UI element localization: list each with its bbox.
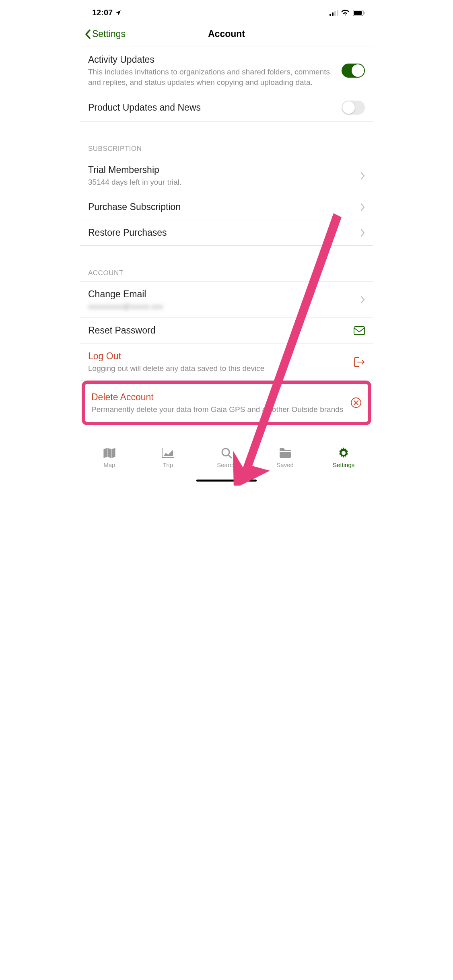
nav-bar: Settings Account: [80, 21, 373, 47]
tab-bar: Map Trip Search Saved Settings: [80, 441, 373, 470]
trial-sub: 35144 days left in your trial.: [88, 177, 356, 187]
svg-rect-0: [329, 14, 331, 16]
purchase-subscription-row[interactable]: Purchase Subscription: [80, 194, 373, 220]
delete-account-sub: Permanently delete your data from Gaia G…: [91, 404, 346, 415]
account-header: Account: [80, 246, 373, 282]
chevron-right-icon: [361, 172, 365, 179]
tab-trip[interactable]: Trip: [139, 447, 198, 468]
svg-line-14: [229, 455, 231, 458]
tab-map-label: Map: [103, 461, 115, 468]
activity-updates-row[interactable]: Activity Updates This includes invitatio…: [80, 47, 373, 94]
email-value: xxxxxxxxx@xxxxx.xxx: [88, 302, 356, 311]
map-icon: [103, 448, 115, 458]
svg-rect-12: [162, 448, 163, 458]
subscription-header: Subscription: [80, 121, 373, 157]
svg-rect-2: [334, 11, 336, 16]
tab-saved[interactable]: Saved: [256, 447, 315, 468]
reset-password-row[interactable]: Reset Password: [80, 318, 373, 344]
home-indicator[interactable]: [196, 480, 257, 482]
envelope-icon: [354, 326, 365, 335]
status-bar: 12:07: [80, 0, 373, 21]
chevron-right-icon: [361, 229, 365, 237]
status-time: 12:07: [92, 8, 113, 17]
restore-purchases-row[interactable]: Restore Purchases: [80, 220, 373, 245]
change-email-row[interactable]: Change Email xxxxxxxxx@xxxxx.xxx: [80, 282, 373, 318]
tab-trip-label: Trip: [163, 461, 173, 468]
search-icon: [221, 447, 232, 459]
annotation-highlight: Delete Account Permanently delete your d…: [82, 381, 371, 425]
delete-icon: [350, 397, 362, 408]
logout-icon: [354, 357, 365, 367]
restore-title: Restore Purchases: [88, 226, 356, 239]
svg-rect-11: [162, 457, 174, 458]
logout-sub: Logging out will delete any data saved t…: [88, 363, 349, 374]
chevron-right-icon: [361, 296, 365, 303]
purchase-title: Purchase Subscription: [88, 201, 356, 213]
back-label: Settings: [92, 29, 126, 39]
activity-updates-sub: This includes invitations to organizatio…: [88, 67, 337, 87]
tab-settings-label: Settings: [333, 461, 354, 468]
product-updates-title: Product Updates and News: [88, 101, 337, 114]
logout-title: Log Out: [88, 350, 349, 362]
location-icon: [115, 10, 121, 16]
chevron-left-icon: [85, 29, 91, 39]
battery-icon: [353, 10, 365, 16]
chevron-right-icon: [361, 204, 365, 211]
tab-search-label: Search: [217, 461, 236, 468]
page-title: Account: [208, 29, 245, 39]
trial-membership-row[interactable]: Trial Membership 35144 days left in your…: [80, 157, 373, 194]
product-updates-row[interactable]: Product Updates and News: [80, 94, 373, 121]
delete-account-title: Delete Account: [91, 391, 346, 404]
trial-title: Trial Membership: [88, 164, 356, 176]
saved-icon: [280, 448, 291, 458]
tab-map[interactable]: Map: [80, 447, 139, 468]
tab-saved-label: Saved: [276, 461, 294, 468]
delete-account-row[interactable]: Delete Account Permanently delete your d…: [85, 385, 368, 420]
reset-password-title: Reset Password: [88, 324, 349, 337]
svg-point-16: [342, 451, 346, 455]
activity-updates-title: Activity Updates: [88, 54, 337, 66]
tab-search[interactable]: Search: [197, 447, 256, 468]
wifi-icon: [342, 10, 350, 16]
tab-settings[interactable]: Settings: [314, 447, 373, 468]
back-button[interactable]: Settings: [85, 29, 126, 39]
trip-icon: [162, 448, 174, 458]
logout-row[interactable]: Log Out Logging out will delete any data…: [80, 344, 373, 381]
activity-updates-toggle[interactable]: [342, 64, 365, 78]
settings-icon: [338, 447, 349, 459]
svg-rect-3: [337, 10, 338, 16]
svg-rect-15: [280, 451, 291, 452]
change-email-title: Change Email: [88, 288, 356, 301]
product-updates-toggle[interactable]: [342, 101, 365, 115]
svg-rect-5: [354, 11, 362, 15]
svg-rect-7: [354, 327, 364, 335]
signal-icon: [329, 10, 338, 16]
svg-rect-1: [332, 12, 334, 16]
svg-rect-6: [364, 12, 364, 14]
